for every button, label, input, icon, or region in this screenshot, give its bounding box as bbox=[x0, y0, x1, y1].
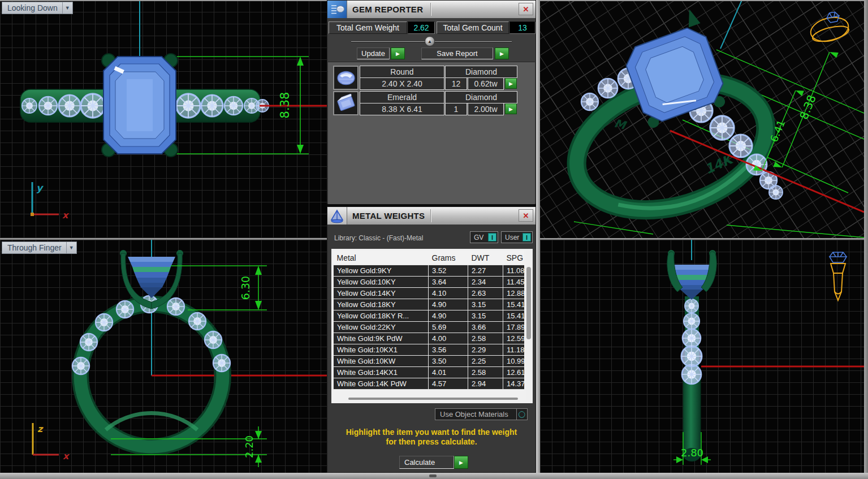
viewport-perspective[interactable]: M 14K bbox=[540, 0, 864, 238]
panel-right-divider[interactable] bbox=[536, 0, 540, 479]
gem-count-cell[interactable]: 12 bbox=[445, 77, 467, 90]
metal-table-container: Metal Grams DWT SPG Yellow Gold:9KY bbox=[331, 249, 533, 403]
gem-row-arrow-button[interactable]: ▶ bbox=[505, 103, 517, 114]
bottom-divider-bar[interactable] bbox=[0, 473, 868, 479]
metal-row[interactable]: White Gold:10KX1 3.56 2.29 11.18 bbox=[334, 344, 525, 356]
calculate-button[interactable]: Calculate bbox=[399, 456, 454, 469]
axis-gizmo: z x bbox=[33, 423, 70, 461]
panel-column: GEM REPORTER ✕ Total Gem Weight 2.62 Tot… bbox=[327, 0, 536, 479]
metal-row[interactable]: Yellow Gold:9KY 3.52 2.27 11.08 bbox=[334, 265, 525, 277]
gem-size-cell[interactable]: 2.40 X 2.40 bbox=[360, 77, 444, 90]
emerald-gem-icon bbox=[333, 91, 359, 115]
total-gem-weight-label: Total Gem Weight bbox=[329, 21, 407, 34]
close-icon[interactable]: ✕ bbox=[519, 209, 533, 222]
metal-row[interactable]: Yellow Gold:22KY 5.69 3.66 17.89 bbox=[334, 322, 525, 333]
chevron-down-icon[interactable]: ▼ bbox=[66, 242, 76, 253]
gem-weight-cell[interactable]: 2.00tw bbox=[468, 103, 504, 115]
chevron-down-icon[interactable]: ▼ bbox=[62, 2, 72, 14]
metal-table-header: Metal Grams DWT SPG bbox=[334, 251, 525, 265]
viewport-through-finger[interactable]: 6.30 2.20 z x Through Finger ▼ bbox=[0, 240, 327, 479]
horizontal-scrollbar[interactable] bbox=[336, 397, 522, 400]
gem-size-cell[interactable]: 8.38 X 6.41 bbox=[360, 103, 444, 115]
ring-front-view: 6.30 2.20 z x bbox=[0, 240, 327, 479]
divider-grab-handle[interactable] bbox=[429, 474, 437, 477]
col-spg[interactable]: SPG bbox=[503, 251, 525, 265]
panel-collapse-handle[interactable]: ▲ bbox=[425, 36, 435, 46]
radio-circle-icon: ◯ bbox=[516, 409, 527, 420]
hint-text-line2: for then press calculate. bbox=[327, 437, 536, 446]
viewport-title: Looking Down bbox=[7, 3, 62, 12]
gem-row-arrow-button[interactable]: ▶ bbox=[505, 78, 517, 89]
gem-type-cell[interactable]: Diamond bbox=[445, 91, 517, 103]
update-button[interactable]: Update bbox=[357, 48, 390, 59]
svg-text:8.38: 8.38 bbox=[278, 92, 292, 119]
view-mode-profile-icon bbox=[830, 252, 847, 300]
center-stone-top bbox=[102, 54, 178, 157]
user-toggle-state: I bbox=[522, 233, 531, 241]
calculate-arrow-button[interactable]: ▶ bbox=[454, 456, 468, 469]
ring-perspective-view: M 14K bbox=[540, 0, 864, 238]
save-report-arrow-button[interactable]: ▶ bbox=[495, 48, 509, 59]
axis-x-label: x bbox=[63, 451, 70, 461]
col-grams[interactable]: Grams bbox=[429, 251, 468, 265]
gv-label: GV bbox=[474, 234, 483, 241]
gem-count-cell[interactable]: 1 bbox=[445, 103, 467, 115]
construction-line bbox=[720, 0, 742, 49]
titlebar-separator bbox=[430, 209, 431, 222]
library-label: Library: Classic - (Fast)-Metal bbox=[334, 234, 423, 242]
use-object-materials-dropdown[interactable]: Use Object Materials ◯ bbox=[435, 408, 528, 420]
gem-reporter-panel: GEM REPORTER ✕ Total Gem Weight 2.62 Tot… bbox=[327, 0, 536, 204]
svg-text:2.80: 2.80 bbox=[681, 447, 703, 459]
metal-table-body: Yellow Gold:9KY 3.52 2.27 11.08 Yellow G… bbox=[334, 265, 525, 390]
col-metal[interactable]: Metal bbox=[334, 251, 429, 265]
metal-row[interactable]: Yellow Gold:18KY R... 4.90 3.15 15.41 bbox=[334, 310, 525, 322]
close-icon[interactable]: ✕ bbox=[519, 3, 533, 15]
user-label: User bbox=[505, 234, 519, 241]
panel-title: GEM REPORTER bbox=[347, 5, 423, 14]
metal-row[interactable]: White Gold:14KX1 4.01 2.58 12.61 bbox=[334, 367, 525, 378]
metal-weights-table: Metal Grams DWT SPG Yellow Gold:9KY bbox=[333, 251, 524, 390]
metal-weights-panel: METAL WEIGHTS ✕ Library: Classic - (Fast… bbox=[327, 206, 536, 473]
axis-z-label: z bbox=[37, 424, 44, 434]
viewport-title-dropdown[interactable]: Through Finger ▼ bbox=[2, 241, 77, 254]
gem-type-cell[interactable]: Diamond bbox=[445, 66, 517, 78]
hint-text-line1: Highlight the item you want to find the … bbox=[327, 428, 536, 437]
metal-row[interactable]: Yellow Gold:14KY 4.10 2.63 12.88 bbox=[334, 288, 525, 299]
dimension-8-38-3d: 8.38 bbox=[773, 49, 839, 170]
titlebar-separator bbox=[430, 3, 431, 16]
center-stone-3d bbox=[615, 7, 730, 132]
scrollbar-thumb[interactable] bbox=[348, 398, 518, 400]
use-object-materials-label: Use Object Materials bbox=[440, 410, 508, 418]
svg-text:2.20: 2.20 bbox=[243, 435, 255, 458]
gem-shape-cell[interactable]: Emerald bbox=[360, 91, 444, 103]
gem-weight-cell[interactable]: 0.62tw bbox=[468, 77, 504, 90]
metal-row[interactable]: White Gold:10KW 3.50 2.25 10.99 bbox=[334, 356, 525, 367]
gem-shape-cell[interactable]: Round bbox=[360, 66, 444, 78]
ring-profile-view: 2.80 bbox=[540, 240, 864, 479]
vertical-scrollbar[interactable] bbox=[526, 251, 532, 400]
metal-row[interactable]: White Gold:14K PdW 4.57 2.94 14.37 bbox=[334, 378, 525, 390]
metal-row[interactable]: Yellow Gold:10KY 3.64 2.34 11.45 bbox=[334, 277, 525, 288]
gem-reporter-titlebar[interactable]: GEM REPORTER ✕ bbox=[327, 1, 536, 18]
app-window: 8.38 y x Looking Down ▼ bbox=[0, 0, 868, 479]
axis-gizmo: y x bbox=[31, 182, 70, 221]
viewport-side-profile[interactable]: 2.80 bbox=[540, 240, 864, 479]
ring-top-view: 8.38 y x bbox=[0, 0, 327, 238]
metal-weights-titlebar[interactable]: METAL WEIGHTS ✕ bbox=[327, 207, 536, 225]
scale-icon bbox=[327, 207, 347, 225]
scrollbar-thumb[interactable] bbox=[526, 267, 531, 339]
user-toggle-button[interactable]: User I bbox=[501, 231, 533, 243]
viewport-title-dropdown[interactable]: Looking Down ▼ bbox=[2, 2, 73, 14]
save-report-button[interactable]: Save Report bbox=[421, 48, 493, 59]
metal-row[interactable]: White Gold:9K PdW 4.00 2.58 12.59 bbox=[334, 333, 525, 344]
update-arrow-button[interactable]: ▶ bbox=[391, 48, 405, 59]
engraving-maker: M bbox=[613, 116, 628, 133]
panel-title: METAL WEIGHTS bbox=[347, 211, 425, 221]
round-gem-icon bbox=[333, 66, 359, 90]
viewport-looking-down[interactable]: 8.38 y x Looking Down ▼ bbox=[0, 0, 327, 238]
col-dwt[interactable]: DWT bbox=[468, 251, 503, 265]
metal-row[interactable]: Yellow Gold:18KY 4.90 3.15 15.41 bbox=[334, 299, 525, 310]
gv-toggle-state: I bbox=[488, 233, 496, 241]
axis-x-label: x bbox=[62, 210, 70, 221]
gv-toggle-button[interactable]: GV I bbox=[470, 231, 498, 243]
